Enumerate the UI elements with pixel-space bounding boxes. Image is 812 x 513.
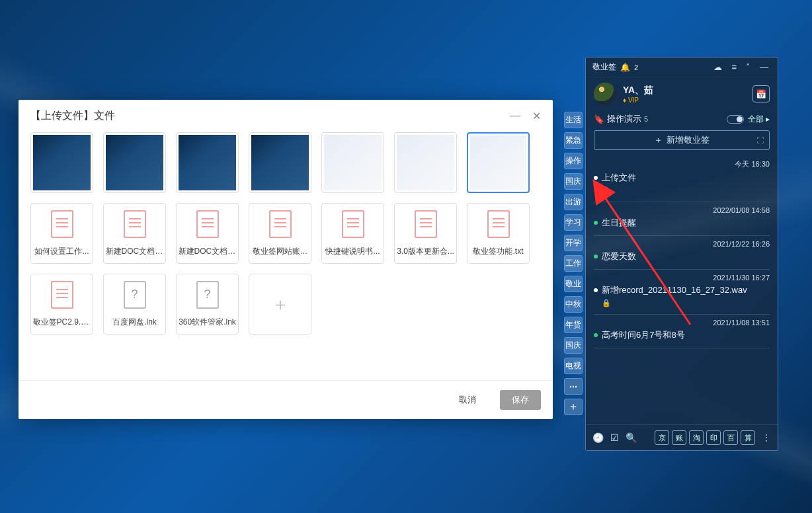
category-tag[interactable]: 开学 xyxy=(564,235,583,251)
image-thumb[interactable] xyxy=(394,132,457,193)
category-tag[interactable]: 国庆 xyxy=(564,173,583,190)
collapse-up-icon[interactable]: ˄ xyxy=(743,62,753,72)
lock-icon: 🔒 xyxy=(594,186,770,195)
minimize-icon[interactable]: — xyxy=(510,110,520,122)
note-item[interactable]: 2022/01/08 14:58生日提醒 xyxy=(594,202,770,236)
file-thumb[interactable]: 快捷键说明书... xyxy=(321,203,384,264)
widget-app-title: 敬业签 xyxy=(592,61,616,73)
image-thumb[interactable] xyxy=(30,132,93,193)
add-note-button[interactable]: ＋ 新增敬业签 ⛶ xyxy=(594,130,770,150)
category-tag[interactable]: 工作 xyxy=(564,255,583,272)
plus-icon: ＋ xyxy=(654,134,663,146)
image-thumb[interactable] xyxy=(467,132,530,193)
image-thumb[interactable] xyxy=(103,132,166,193)
shortcut-京[interactable]: 京 xyxy=(655,430,669,445)
widget-titlebar: 敬业签 🔔 2 ☁ ≡ ˄ — xyxy=(586,58,778,77)
annotation-arrow xyxy=(596,190,695,329)
file-label: 快捷键说明书... xyxy=(324,246,382,257)
calendar-icon[interactable]: 📅 xyxy=(752,85,770,102)
file-label: 敬业签功能.txt xyxy=(469,246,528,257)
note-timestamp: 2021/11/08 13:51 xyxy=(594,319,770,327)
lock-icon: 🔒 xyxy=(594,299,770,307)
document-icon xyxy=(124,281,146,309)
file-thumb[interactable]: 360软件管家.lnk xyxy=(176,274,239,335)
document-icon xyxy=(342,210,364,238)
note-item[interactable]: 2021/12/22 16:26恋爱天数 xyxy=(594,236,770,270)
note-text: 生日提醒 xyxy=(602,217,636,229)
all-link[interactable]: 全部 ▸ xyxy=(748,114,770,125)
save-button[interactable]: 保存 xyxy=(500,390,541,410)
category-tag[interactable]: 年货 xyxy=(564,317,583,333)
file-thumb[interactable]: 如何设置工作... xyxy=(30,203,93,264)
bell-icon[interactable]: 🔔 xyxy=(620,63,630,72)
avatar[interactable] xyxy=(594,83,616,105)
expand-icon[interactable]: ⛶ xyxy=(756,136,764,144)
note-timestamp: 2021/12/22 16:26 xyxy=(594,240,770,248)
shortcut-印[interactable]: 印 xyxy=(706,430,721,445)
document-icon xyxy=(51,210,73,238)
category-tag[interactable]: 出游 xyxy=(564,194,583,210)
close-icon[interactable]: ✕ xyxy=(532,110,541,122)
widget-category-row: 🔖 操作演示 5 全部 ▸ xyxy=(586,110,778,130)
bell-count: 2 xyxy=(634,63,638,71)
shortcut-淘[interactable]: 淘 xyxy=(689,430,704,445)
document-icon xyxy=(196,210,219,238)
file-label: 新建DOC文档(... xyxy=(106,246,164,257)
widget-footer: 🕘 ☑ 🔍 京账淘印百算 ⋮ xyxy=(586,424,778,450)
category-tag[interactable]: 电视 xyxy=(564,358,583,374)
document-icon xyxy=(124,210,146,238)
clock-icon[interactable]: 🕘 xyxy=(592,432,604,443)
note-timestamp: 2022/01/08 14:58 xyxy=(594,206,770,214)
vip-badge: ♦ VIP xyxy=(623,97,653,104)
shortcut-百[interactable]: 百 xyxy=(723,430,738,445)
add-file-button[interactable]: ＋ xyxy=(249,274,311,335)
add-category-button[interactable]: ＋ xyxy=(564,399,583,415)
document-icon xyxy=(487,210,510,238)
image-thumb[interactable] xyxy=(321,132,384,193)
more-categories-button[interactable]: ⋯ xyxy=(564,378,583,395)
more-icon[interactable]: ⋮ xyxy=(762,432,771,443)
category-tag[interactable]: 学习 xyxy=(564,214,583,231)
note-text: 新增record_20211130_16_27_32.wav xyxy=(602,284,747,296)
category-tag[interactable]: 生活 xyxy=(564,112,583,128)
image-thumb[interactable] xyxy=(249,132,311,193)
file-thumb[interactable]: 新建DOC文档(... xyxy=(176,203,239,264)
file-label: 敬业签网站账... xyxy=(251,246,309,257)
status-dot xyxy=(594,176,598,180)
document-icon xyxy=(415,210,437,238)
minimize-widget-icon[interactable]: — xyxy=(757,62,771,72)
dialog-body: 如何设置工作...新建DOC文档(...新建DOC文档(...敬业签网站账...… xyxy=(19,130,553,381)
category-tag[interactable]: 敬业 xyxy=(564,276,583,292)
category-strip: 生活紧急操作国庆出游学习开学工作敬业中秋年货国庆电视⋯＋ xyxy=(564,112,583,415)
category-tag[interactable]: 紧急 xyxy=(564,132,583,149)
file-label: 如何设置工作... xyxy=(33,246,91,257)
file-thumb[interactable]: 3.0版本更新会... xyxy=(394,203,457,264)
file-thumb[interactable]: 新建DOC文档(... xyxy=(103,203,166,264)
search-icon[interactable]: 🔍 xyxy=(626,432,637,443)
category-tag[interactable]: 操作 xyxy=(564,153,583,169)
category-tag[interactable]: 国庆 xyxy=(564,337,583,354)
file-label: 敬业签PC2.9.0... xyxy=(33,317,91,328)
menu-icon[interactable]: ≡ xyxy=(729,62,739,72)
shortcut-账[interactable]: 账 xyxy=(672,430,686,445)
shortcut-算[interactable]: 算 xyxy=(741,430,755,445)
category-tag[interactable]: 中秋 xyxy=(564,296,583,313)
cloud-sync-icon[interactable]: ☁ xyxy=(711,62,725,72)
current-category[interactable]: 🔖 操作演示 5 xyxy=(594,113,648,125)
cancel-button[interactable]: 取消 xyxy=(447,390,488,410)
dialog-footer: 取消 保存 xyxy=(19,381,553,419)
file-thumb[interactable]: 百度网盘.lnk xyxy=(103,274,166,335)
note-item[interactable]: 今天 16:30上传文件🔒 xyxy=(594,155,770,202)
checkbox-icon[interactable]: ☑ xyxy=(610,432,619,443)
svg-line-0 xyxy=(604,196,690,325)
status-dot xyxy=(594,333,598,337)
file-thumb[interactable]: 敬业签网站账... xyxy=(249,203,311,264)
note-item[interactable]: 2021/11/08 13:51高考时间6月7号和8号 xyxy=(594,315,770,348)
note-item[interactable]: 2021/11/30 16:27新增record_20211130_16_27_… xyxy=(594,270,770,315)
image-thumb[interactable] xyxy=(176,132,239,193)
file-thumb[interactable]: 敬业签PC2.9.0... xyxy=(30,274,93,335)
view-toggle[interactable] xyxy=(727,115,744,124)
file-thumb[interactable]: 敬业签功能.txt xyxy=(467,203,530,264)
username-label: YA、茹 xyxy=(623,85,653,97)
upload-dialog: 【上传文件】文件 — ✕ 如何设置工作...新建DOC文档(...新建DOC文档… xyxy=(19,100,553,419)
